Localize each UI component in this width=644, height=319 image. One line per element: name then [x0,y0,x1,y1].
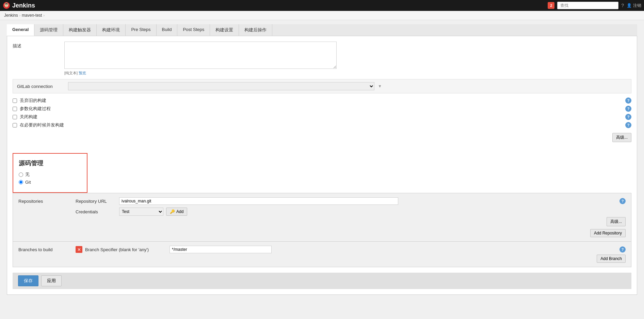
jenkins-icon [3,2,10,9]
app-title: Jenkins [12,2,35,9]
branches-section: Branches to build ✕ Branch Specifier (bl… [13,242,631,267]
apply-button[interactable]: 应用 [41,275,62,286]
help-btn-2[interactable]: ? [625,114,631,120]
main-content: General 源码管理 构建触发器 构建环境 Pre Steps Build … [0,20,644,299]
tab-post-steps[interactable]: Post Steps [177,24,210,36]
description-field-wrapper: [纯文本] 预览 [64,42,337,76]
advanced-button[interactable]: 高级... [612,133,631,142]
description-textarea[interactable] [64,42,337,69]
add-credentials-label: Add [176,209,183,214]
gitlab-connection-select[interactable] [68,82,374,90]
repo-fields: Repository URL ? Credentials Test 🔑 Add [76,197,626,216]
gitlab-connection-row: GitLab connection ▼ [13,79,631,93]
topbar-left: Jenkins [3,2,35,9]
svg-rect-4 [5,3,8,4]
credentials-label: Credentials [76,209,116,214]
help-icon[interactable]: ? [621,3,624,8]
add-branch-row: Add Branch [18,253,626,263]
user-label[interactable]: 注销 [633,3,641,9]
add-branch-button[interactable]: Add Branch [597,255,626,263]
content-area: 描述 [纯文本] 预览 GitLab connection ▼ 丢弃旧的构建 ? [7,36,637,295]
add-credentials-button[interactable]: 🔑 Add [166,208,187,216]
checkbox-label-1: 参数化构建过程 [20,106,51,112]
breadcrumb: Jenkins › maven-test › [0,11,644,20]
bottom-buttons: 保存 应用 [13,273,631,289]
search-input[interactable] [557,2,618,9]
branch-fields: ✕ Branch Specifier (blank for 'any') ? [76,246,626,253]
radio-none-row: 无 [19,171,81,178]
branch-specifier-help-btn[interactable]: ? [619,246,626,253]
notification-badge[interactable]: 2 [548,2,554,9]
key-icon: 🔑 [170,209,175,214]
breadcrumb-sep-1: › [19,14,20,17]
radio-git-row: Git [19,180,81,185]
help-btn-1[interactable]: ? [625,106,631,112]
tab-build[interactable]: Build [157,24,178,36]
tab-general[interactable]: General [7,24,34,36]
add-repository-button[interactable]: Add Repository [590,229,626,237]
repo-url-row: Repository URL ? [76,197,626,205]
plain-text-label: [纯文本] [64,71,78,75]
checkbox-label-3: 在必要的时候并发构建 [20,122,64,128]
tab-post-build[interactable]: 构建后操作 [239,24,272,36]
repos-advanced-row: 高级... [18,216,626,226]
breadcrumb-sep-2: › [43,14,44,17]
svg-point-3 [7,4,7,5]
branches-label: Branches to build [18,246,73,252]
jenkins-logo: Jenkins [3,2,35,9]
checkbox-row-0: 丢弃旧的构建 ? [13,97,631,104]
repo-url-input[interactable] [119,197,398,205]
help-btn-0[interactable]: ? [625,97,631,104]
scm-outer: 源码管理 无 Git [13,148,631,193]
user-icon: 👤 [627,3,632,8]
tab-build-settings[interactable]: 构建设置 [210,24,239,36]
description-label: 描述 [13,42,60,49]
preview-link[interactable]: 预览 [79,71,86,75]
radio-git[interactable] [19,180,23,184]
tab-build-env[interactable]: 构建环境 [97,24,126,36]
branches-main-row: Branches to build ✕ Branch Specifier (bl… [18,246,626,253]
checkbox-row-3: 在必要的时候并发构建 ? [13,122,631,128]
scm-title: 源码管理 [19,159,81,167]
repo-url-label: Repository URL [76,199,116,204]
checkbox-concurrent-build[interactable] [13,123,17,127]
checkbox-discard-builds[interactable] [13,98,17,103]
tab-build-triggers[interactable]: 构建触发器 [63,24,97,36]
checkbox-row-2: 关闭构建 ? [13,114,631,120]
save-button[interactable]: 保存 [18,275,38,286]
repositories-label: Repositories [18,197,73,204]
checkbox-disable-build[interactable] [13,115,17,119]
description-row: 描述 [纯文本] 预览 [13,42,631,76]
branch-specifier-row: ✕ Branch Specifier (blank for 'any') ? [76,246,626,253]
gitlab-label: GitLab connection [17,84,65,89]
radio-git-label: Git [25,180,31,185]
tab-bar: General 源码管理 构建触发器 构建环境 Pre Steps Build … [7,24,637,36]
remove-branch-button[interactable]: ✕ [76,246,82,253]
credentials-row: Credentials Test 🔑 Add [76,208,626,216]
plain-text-row: [纯文本] 预览 [64,71,337,76]
radio-none-label: 无 [25,171,30,178]
topbar: Jenkins 2 ? 👤 注销 [0,0,644,11]
breadcrumb-maven-test[interactable]: maven-test [22,13,42,18]
breadcrumb-jenkins[interactable]: Jenkins [4,13,18,18]
branch-specifier-label: Branch Specifier (blank for 'any') [85,247,167,252]
user-area: 👤 注销 [627,3,641,9]
advanced-row: 高级... [13,132,631,142]
repo-url-help-btn[interactable]: ? [619,198,626,204]
tab-pre-steps[interactable]: Pre Steps [126,24,156,36]
credentials-select[interactable]: Test [119,208,163,216]
repositories-main-row: Repositories Repository URL ? Credential… [18,197,626,216]
gitlab-dropdown-icon: ▼ [378,84,382,89]
repositories-section: Repositories Repository URL ? Credential… [13,193,631,242]
checkbox-parameterize[interactable] [13,107,17,111]
repos-advanced-button[interactable]: 高级... [607,217,626,226]
add-repo-row: Add Repository [18,226,626,237]
help-btn-3[interactable]: ? [625,122,631,128]
svg-point-2 [5,4,6,5]
checkbox-label-2: 关闭构建 [20,114,37,120]
branch-specifier-input[interactable] [170,246,272,253]
topbar-right: 2 ? 👤 注销 [548,2,641,9]
checkbox-row-1: 参数化构建过程 ? [13,106,631,112]
radio-none[interactable] [19,172,23,177]
tab-source-management[interactable]: 源码管理 [34,24,63,36]
